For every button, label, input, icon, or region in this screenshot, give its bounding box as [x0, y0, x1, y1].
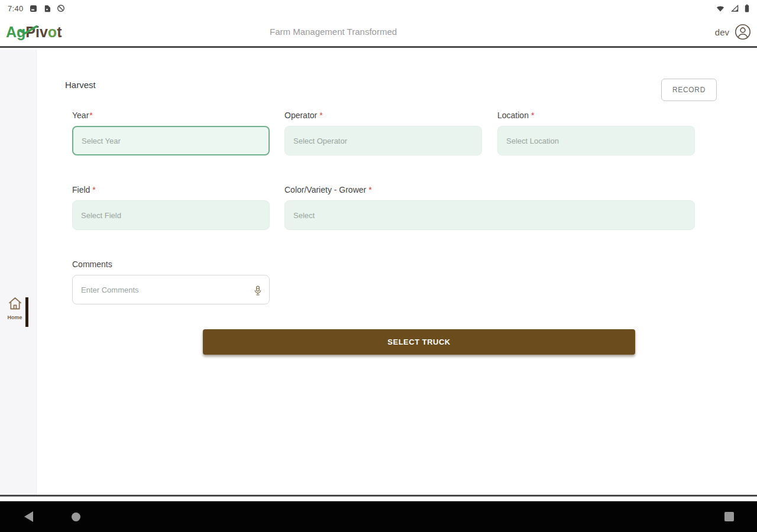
color-variety-grower-required-marker: * — [368, 185, 371, 194]
agpivot-logo[interactable]: AgPivot — [6, 22, 62, 42]
status-right — [716, 4, 749, 12]
user-area: dev — [715, 24, 751, 40]
status-bar: 7:40 — [0, 0, 757, 17]
logo-text-o: o — [48, 24, 57, 40]
sim-icon — [43, 5, 51, 12]
operator-input[interactable] — [284, 126, 482, 155]
data-saver-icon — [57, 4, 65, 12]
field-group-operator: Operator* — [284, 110, 482, 155]
wifi-icon — [716, 5, 724, 12]
sidebar-item-home[interactable]: Home — [5, 296, 25, 320]
app-window: 7:40 — [0, 0, 757, 497]
status-left: 7:40 — [8, 4, 65, 13]
field-label: Field — [72, 185, 90, 194]
app-tagline: Farm Management Transformed — [270, 27, 397, 37]
comments-label: Comments — [72, 259, 112, 269]
home-icon — [7, 303, 23, 313]
year-required-marker: * — [89, 111, 92, 120]
nav-home-icon[interactable] — [72, 512, 80, 521]
field-group-comments: Comments — [72, 259, 270, 304]
field-group-field: Field* — [72, 184, 270, 230]
screen: 7:40 — [0, 0, 757, 532]
year-input[interactable] — [72, 126, 270, 155]
sidebar-item-home-label: Home — [5, 314, 25, 320]
nav-recents-icon[interactable] — [724, 512, 734, 521]
operator-label: Operator — [284, 111, 317, 120]
select-truck-button[interactable]: SELECT TRUCK — [203, 329, 635, 355]
voice-input-button[interactable] — [252, 284, 264, 299]
android-nav-bar — [0, 501, 757, 532]
operator-required-marker: * — [319, 111, 322, 120]
account-circle-icon[interactable] — [735, 24, 751, 40]
year-label: Year — [72, 111, 89, 120]
sidebar: Home — [0, 50, 37, 495]
record-button[interactable]: RECORD — [661, 79, 717, 101]
field-input[interactable] — [72, 200, 270, 230]
screenshot-icon — [30, 5, 37, 12]
app-body: Home Harvest RECORD Year* Operator* Loca… — [0, 50, 757, 495]
location-input[interactable] — [497, 126, 695, 155]
location-label: Location — [497, 111, 529, 120]
signal-icon — [730, 5, 739, 12]
nav-back-icon[interactable] — [24, 511, 33, 522]
comments-input-wrap — [72, 275, 270, 304]
field-group-location: Location* — [497, 110, 695, 155]
location-required-marker: * — [531, 111, 534, 120]
main-content: Harvest RECORD Year* Operator* Location* — [37, 50, 757, 495]
comments-input[interactable] — [72, 275, 270, 304]
field-group-year: Year* — [72, 110, 270, 155]
battery-icon — [745, 4, 749, 12]
user-name: dev — [715, 27, 729, 37]
page-title: Harvest — [65, 80, 96, 90]
field-group-color-variety-grower: Color/Variety - Grower* — [284, 184, 695, 230]
color-variety-grower-input[interactable] — [284, 200, 695, 230]
color-variety-grower-label: Color/Variety - Grower — [284, 185, 366, 194]
field-required-marker: * — [92, 185, 95, 194]
sidebar-active-indicator — [25, 297, 28, 327]
app-header: AgPivot Farm Management Transformed dev — [0, 17, 757, 48]
status-time: 7:40 — [8, 4, 24, 13]
logo-text-t: t — [57, 24, 62, 40]
logo-check-icon — [18, 20, 38, 40]
mic-icon — [252, 284, 264, 299]
